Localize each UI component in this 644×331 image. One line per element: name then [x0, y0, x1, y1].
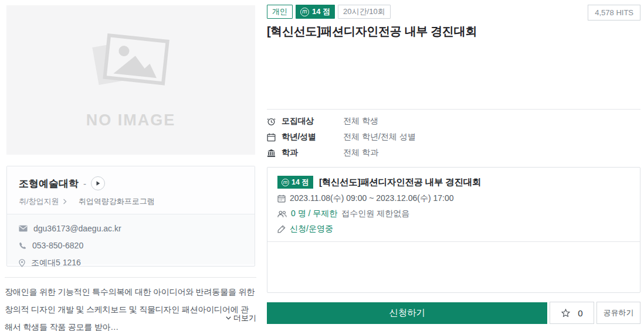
session-title: [혁신선도]패션디자인전공 내부 경진대회 — [319, 176, 481, 189]
badge-type: 개인 — [267, 5, 293, 19]
info-value: 전체 학년/전체 성별 — [343, 132, 416, 142]
badge-row: 개인 m 14 점 20시간/10회 — [267, 5, 391, 19]
chevron-right-icon — [63, 199, 67, 204]
phone-icon — [19, 242, 26, 250]
pen-icon — [277, 225, 286, 233]
session-date-range: 2023.11.08(수) 09:00 ~ 2023.12.06(수) 17:0… — [290, 193, 454, 204]
play-icon — [95, 180, 101, 186]
info-row-grade-gender: 학년/성별 전체 학년/전체 성별 — [267, 132, 640, 142]
play-button[interactable] — [91, 176, 105, 190]
session-points-label: 14 점 — [292, 178, 309, 187]
session-card: m 14 점 [혁신선도]패션디자인전공 내부 경진대회 2023.11.08(… — [267, 167, 640, 293]
share-button[interactable]: 공유하기 — [596, 302, 640, 324]
program-description: 장애인을 위한 기능적인 특수의복에 대한 아이디어와 반려동물을 위한 창의적… — [5, 283, 256, 331]
info-label: 모집대상 — [282, 116, 328, 127]
contact-email-row: dgu36173@daegu.ac.kr — [19, 224, 243, 233]
clock-icon — [267, 117, 277, 126]
badge-points: m 14 점 — [296, 5, 335, 19]
contact-phone-row: 053-850-6820 — [19, 241, 243, 250]
program-info-rows: 모집대상 전체 학생 학년/성별 전체 학년/전체 성별 학과 전체 학과 — [267, 116, 640, 158]
contact-location: 조예대5 1216 — [31, 258, 81, 268]
organization-header: 조형예술대학 - 취/창업지원 취업역량강화프로그램 — [7, 166, 255, 214]
contact-location-row: 조예대5 1216 — [19, 258, 243, 268]
info-label: 학과 — [282, 148, 328, 158]
session-date-row: 2023.11.08(수) 09:00 ~ 2023.12.06(수) 17:0… — [277, 193, 630, 204]
info-row-target: 모집대상 전체 학생 — [267, 116, 640, 127]
calendar-icon — [277, 194, 286, 203]
organization-contacts: dgu36173@daegu.ac.kr 053-850-6820 조예대5 1… — [7, 214, 255, 264]
mail-icon — [19, 225, 28, 232]
info-label: 학년/성별 — [282, 132, 328, 142]
page-title: [혁신선도]패션디자인전공 내부 경진대회 — [267, 23, 595, 39]
hits-counter: 4,578 HITS — [588, 5, 640, 21]
session-capacity-highlight: 0 명 / 무제한 — [291, 209, 337, 219]
organization-name: 조형예술대학 — [19, 177, 79, 190]
contact-email: dgu36173@daegu.ac.kr — [33, 224, 121, 233]
badge-points-label: 14 점 — [312, 6, 330, 17]
favorite-button[interactable]: 0 — [550, 302, 594, 324]
badge-hours: 20시간/10회 — [338, 5, 391, 19]
breadcrumb-category[interactable]: 취/창업지원 — [19, 196, 59, 207]
breadcrumb-program[interactable]: 취업역량강화프로그램 — [79, 196, 155, 207]
pin-icon — [19, 259, 25, 267]
session-status: 신청/운영중 — [290, 224, 333, 234]
session-capacity-note: 접수인원 제한없음 — [341, 209, 409, 219]
show-more-label: 더보기 — [233, 313, 256, 323]
session-item: m 14 점 [혁신선도]패션디자인전공 내부 경진대회 2023.11.08(… — [267, 168, 640, 242]
session-status-row: 신청/운영중 — [277, 224, 630, 234]
apply-button[interactable]: 신청하기 — [267, 302, 547, 324]
info-value: 전체 학생 — [343, 116, 378, 127]
organization-dash: - — [83, 179, 86, 189]
users-icon — [277, 210, 287, 218]
section-divider — [267, 109, 640, 110]
calendar-icon — [267, 133, 277, 142]
no-image-label: NO IMAGE — [86, 111, 176, 129]
bank-icon — [267, 149, 277, 158]
program-description-block: 장애인을 위한 기능적인 특수의복에 대한 아이디어와 반려동물을 위한 창의적… — [5, 277, 256, 331]
program-detail-page: NO IMAGE 조형예술대학 - 취/창업지원 취업역량강화프로그램 — [0, 0, 644, 331]
info-row-department: 학과 전체 학과 — [267, 148, 640, 158]
favorite-count: 0 — [578, 308, 582, 318]
m-circle-icon: m — [282, 179, 289, 186]
info-value: 전체 학과 — [343, 148, 378, 158]
session-capacity-row: 0 명 / 무제한 접수인원 제한없음 — [277, 209, 630, 219]
session-points-badge: m 14 점 — [277, 176, 313, 189]
star-icon — [561, 308, 571, 318]
chevron-down-icon — [226, 316, 231, 320]
breadcrumb: 취/창업지원 취업역량강화프로그램 — [19, 196, 243, 207]
show-more-button[interactable]: 더보기 — [226, 313, 256, 323]
m-circle-icon: m — [300, 8, 309, 16]
program-thumbnail-placeholder: NO IMAGE — [6, 5, 255, 155]
photo-placeholder-icon — [84, 30, 178, 101]
contact-phone: 053-850-6820 — [32, 241, 83, 250]
organization-card: 조형예술대학 - 취/창업지원 취업역량강화프로그램 dgu36173@daeg… — [6, 166, 255, 267]
